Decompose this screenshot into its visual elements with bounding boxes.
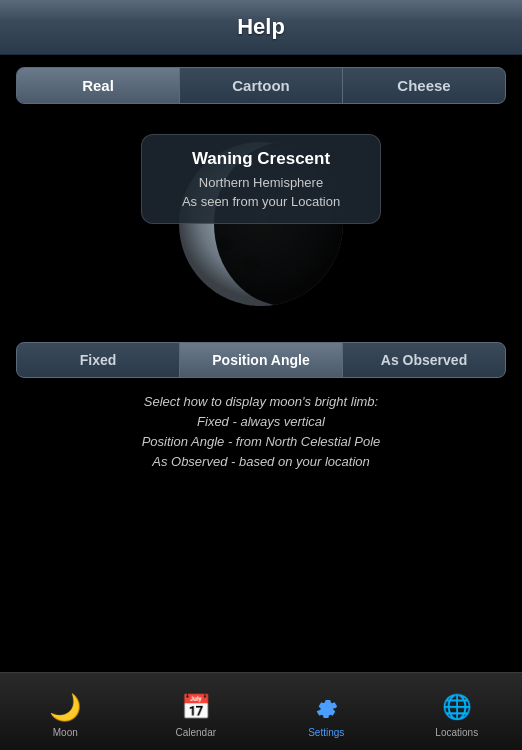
tab-locations-label: Locations [435,727,478,738]
tab-moon-label: Moon [53,727,78,738]
seg-cartoon-btn[interactable]: Cartoon [180,68,343,103]
description-text: Select how to display moon's bright limb… [16,388,506,477]
svg-point-5 [242,255,260,273]
tab-settings[interactable]: Settings [261,673,392,750]
tab-bar: 🌙 Moon 📅 Calendar Settings 🌐 Locations [0,672,522,750]
seg-cheese-btn[interactable]: Cheese [343,68,505,103]
tab-moon[interactable]: 🌙 Moon [0,673,131,750]
tab-settings-label: Settings [308,727,344,738]
tab-locations[interactable]: 🌐 Locations [392,673,523,750]
header: Help [0,0,522,55]
globe-icon: 🌐 [441,691,473,723]
main-content: Real Cartoon Cheese [0,55,522,477]
moon-phase: Waning Crescent [170,149,352,169]
moon-location-note: As seen from your Location [170,194,352,209]
seg-fixed-btn[interactable]: Fixed [17,343,180,377]
display-mode-control: Fixed Position Angle As Observed [16,342,506,378]
page-title: Help [0,14,522,40]
seg-as-observed-btn[interactable]: As Observed [343,343,505,377]
moon-hemisphere: Northern Hemisphere [170,175,352,190]
display-mode-wrapper: Fixed Position Angle As Observed [16,342,506,378]
calendar-icon: 📅 [180,691,212,723]
tab-calendar-label: Calendar [175,727,216,738]
moon-info-box: Waning Crescent Northern Hemisphere As s… [141,134,381,224]
svg-point-4 [219,237,233,251]
moon-display-area: Waning Crescent Northern Hemisphere As s… [16,114,506,334]
tab-calendar[interactable]: 📅 Calendar [131,673,262,750]
seg-position-angle-btn[interactable]: Position Angle [180,343,343,377]
moon-type-control: Real Cartoon Cheese [16,67,506,104]
moon-icon: 🌙 [49,691,81,723]
gear-icon [310,691,342,723]
seg-real-btn[interactable]: Real [17,68,180,103]
